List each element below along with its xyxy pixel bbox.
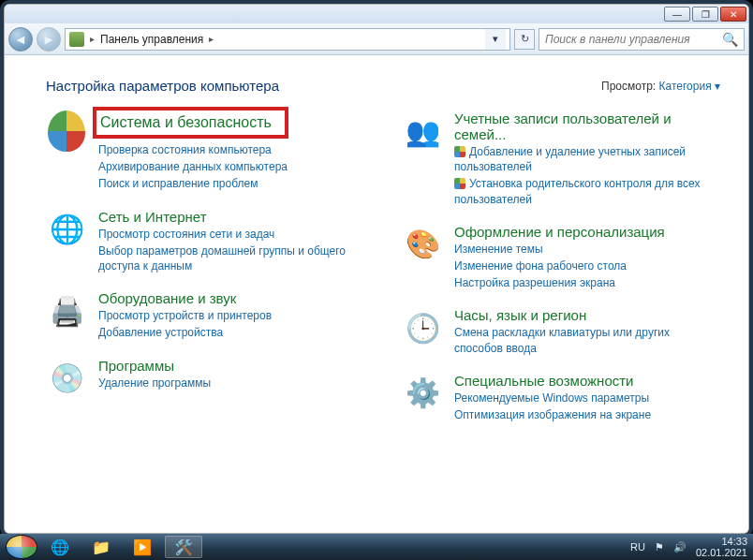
category-network: 🌐 Сеть и Интернет Просмотр состояния сет… [46,209,364,274]
users-icon: 👥 [402,111,443,152]
category-link-system-security[interactable]: Система и безопасность [93,107,288,139]
sublink[interactable]: Настройка разрешения экрана [454,275,720,290]
chevron-down-icon: ▾ [715,80,720,93]
sublink[interactable]: Архивирование данных компьютера [98,159,364,174]
appearance-icon: 🎨 [402,224,443,265]
sublink[interactable]: Выбор параметров домашней группы и общег… [98,243,364,273]
category-link-programs[interactable]: Программы [98,358,174,374]
right-column: 👥 Учетные записи пользователей и семей..… [402,111,720,439]
sublink[interactable]: Установка родительского контроля для все… [454,176,720,206]
view-selector[interactable]: Просмотр: Категория ▾ [601,80,720,93]
sublink[interactable]: Проверка состояния компьютера [98,142,364,157]
taskbar-item-explorer[interactable]: 📁 [82,536,120,558]
tray-date: 02.01.2021 [696,547,747,558]
maximize-button[interactable]: ❐ [692,7,718,22]
sublink[interactable]: Просмотр состояния сети и задач [98,227,364,242]
tray-flag-icon[interactable]: ⚑ [655,541,664,553]
view-value[interactable]: Категория [659,80,712,93]
view-label: Просмотр: [601,80,656,93]
category-link-appearance[interactable]: Оформление и персонализация [454,224,665,240]
tray-volume-icon[interactable]: 🔊 [673,541,687,553]
page-title: Настройка параметров компьютера [46,78,279,94]
breadcrumb-sep-icon: ▸ [209,34,214,44]
minimize-button[interactable]: ― [664,7,690,22]
left-column: Система и безопасность Проверка состояни… [46,111,364,439]
sublink[interactable]: Рекомендуемые Windows параметры [454,391,720,405]
category-user-accounts: 👥 Учетные записи пользователей и семей..… [402,111,720,207]
category-link-clock[interactable]: Часы, язык и регион [454,307,586,323]
category-system-security: Система и безопасность Проверка состояни… [46,111,364,192]
category-programs: 💿 Программы Удаление программы [46,358,364,399]
control-panel-icon [69,32,84,47]
tray-time: 14:33 [696,536,747,547]
breadcrumb-root[interactable]: Панель управления [100,33,203,46]
address-dropdown-icon[interactable]: ▾ [485,29,506,50]
forward-button[interactable]: ► [37,27,61,52]
sublink[interactable]: Удаление программы [98,376,364,391]
category-accessibility: ⚙️ Специальные возможности Рекомендуемые… [402,373,720,422]
clock-globe-icon: 🕒 [402,307,443,348]
sublink[interactable]: Изменение фона рабочего стола [454,258,720,273]
taskbar-item-media[interactable]: ▶️ [124,536,161,558]
accessibility-icon: ⚙️ [402,373,443,414]
category-link-hardware[interactable]: Оборудование и звук [98,290,236,306]
content-header: Настройка параметров компьютера Просмотр… [46,78,720,94]
sublink[interactable]: Поиск и исправление проблем [98,176,364,191]
breadcrumb-sep-icon: ▸ [90,34,95,44]
globe-network-icon: 🌐 [46,209,87,250]
sublink[interactable]: Добавление и удаление учетных записей по… [454,144,720,174]
category-appearance: 🎨 Оформление и персонализация Изменение … [402,224,720,291]
category-link-accessibility[interactable]: Специальные возможности [454,373,634,389]
category-columns: Система и безопасность Проверка состояни… [46,111,720,439]
taskbar-item-control-panel[interactable]: 🛠️ [165,536,202,558]
printer-icon: 🖨️ [46,290,87,332]
search-icon[interactable]: 🔍 [722,32,738,47]
start-button[interactable] [6,535,37,559]
language-indicator[interactable]: RU [630,541,645,553]
control-panel-window: ― ❐ ✕ ◄ ► ▸ Панель управления ▸ ▾ ↻ 🔍 На… [4,4,749,534]
navigation-bar: ◄ ► ▸ Панель управления ▸ ▾ ↻ 🔍 [5,23,748,55]
category-clock-region: 🕒 Часы, язык и регион Смена раскладки кл… [402,307,720,355]
sublink[interactable]: Просмотр устройств и принтеров [98,308,364,323]
refresh-button[interactable]: ↻ [514,29,535,50]
sublink[interactable]: Изменение темы [454,242,720,257]
tray-clock[interactable]: 14:33 02.01.2021 [696,536,747,558]
sublink[interactable]: Добавление устройства [98,325,364,340]
search-input[interactable] [545,33,722,46]
category-link-network[interactable]: Сеть и Интернет [98,209,207,225]
back-button[interactable]: ◄ [8,27,33,52]
content-area: Настройка параметров компьютера Просмотр… [5,55,748,533]
sublink[interactable]: Оптимизация изображения на экране [454,407,720,422]
taskbar-item-ie[interactable]: 🌐 [41,536,79,558]
category-hardware-sound: 🖨️ Оборудование и звук Просмотр устройст… [46,290,364,340]
system-tray: RU ⚑ 🔊 14:33 02.01.2021 [630,536,747,558]
category-link-users[interactable]: Учетные записи пользователей и семей... [454,111,720,142]
titlebar: ― ❐ ✕ [5,5,748,23]
shield-icon [46,111,87,152]
disc-icon: 💿 [46,358,87,399]
close-button[interactable]: ✕ [720,7,746,22]
sublink[interactable]: Смена раскладки клавиатуры или других сп… [454,325,720,355]
search-box[interactable]: 🔍 [539,28,745,51]
address-bar[interactable]: ▸ Панель управления ▸ ▾ [65,28,510,51]
taskbar: 🌐 📁 ▶️ 🛠️ RU ⚑ 🔊 14:33 02.01.2021 [0,534,753,560]
